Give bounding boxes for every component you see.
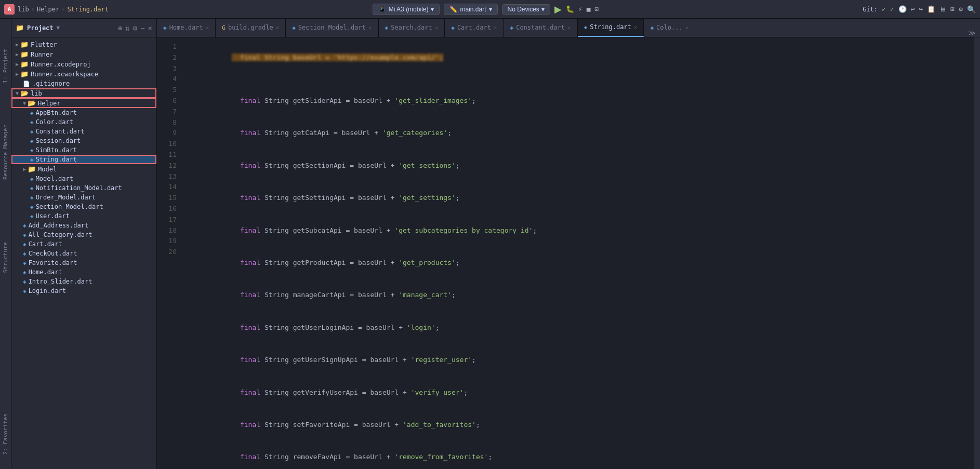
tree-item-label: Helper	[38, 100, 60, 107]
settings-icon[interactable]: ⚙	[959, 5, 963, 13]
redo-icon[interactable]: ↪	[919, 5, 923, 13]
resource-manager-tab[interactable]: Resource Manager	[1, 120, 10, 184]
close-tab-icon[interactable]: ×	[435, 24, 439, 31]
minus-icon[interactable]: −	[140, 24, 144, 32]
close-tab-icon[interactable]: ×	[276, 24, 280, 31]
main-file-selector[interactable]: ✏️ main.dart ▾	[444, 4, 497, 15]
structure-tab[interactable]: Structure	[1, 238, 10, 277]
favorites-tab[interactable]: 2: Favorites	[1, 409, 10, 459]
project-tab[interactable]: 1: Project	[1, 45, 10, 87]
folder-icon: 📁	[20, 50, 29, 58]
list-item[interactable]: ◈ Cart.dart	[11, 239, 156, 249]
list-item[interactable]: ◈ Model.dart	[11, 174, 156, 183]
tab-build-gradle[interactable]: G build.gradle ×	[216, 19, 286, 37]
list-item[interactable]: ◈ CheckOut.dart	[11, 249, 156, 258]
panel-dropdown-icon[interactable]: ▼	[57, 24, 60, 31]
close-panel-icon[interactable]: ×	[148, 24, 152, 32]
code-content[interactable]: final String baseUrl = 'https://example.…	[183, 37, 974, 469]
tab-search-dart[interactable]: ◈ Search.dart ×	[379, 19, 445, 37]
list-item[interactable]: ▶ 📁 Model	[11, 164, 156, 174]
close-tab-icon[interactable]: ×	[567, 24, 571, 31]
git-check-icon[interactable]: ✓	[882, 5, 886, 13]
bookmark-icon[interactable]: 📋	[927, 5, 935, 13]
list-item[interactable]: ◈ User.dart	[11, 211, 156, 221]
arrow-icon: ▶	[16, 61, 19, 67]
list-item[interactable]: ◈ SimBtn.dart	[11, 145, 156, 155]
close-tab-icon[interactable]: ×	[685, 24, 689, 31]
dart-file-icon: ✏️	[449, 6, 457, 13]
line-number: 15	[157, 193, 177, 204]
vertical-scrollbar[interactable]	[974, 37, 980, 469]
arrow-icon: ▶	[23, 166, 26, 172]
dart-icon: ◈	[292, 24, 296, 31]
settings-gear-icon[interactable]: ⚙	[133, 24, 137, 32]
no-devices-button[interactable]: No Devices ▾	[502, 4, 550, 15]
stop-button[interactable]: ■	[587, 5, 591, 13]
search-icon[interactable]: 🔍	[967, 5, 976, 14]
list-item[interactable]: ◈ Color.dart	[11, 117, 156, 127]
tree-item-label: Cart.dart	[29, 240, 62, 248]
list-item[interactable]: ▶ 📁 Flutter	[11, 39, 156, 49]
collapse-all-icon[interactable]: ⇅	[125, 24, 129, 32]
run-button[interactable]: ▶	[554, 4, 562, 15]
debug-button[interactable]: 🐛	[566, 5, 574, 13]
list-item[interactable]: ◈ Order_Model.dart	[11, 193, 156, 202]
list-item[interactable]: ◈ Notification_Model.dart	[11, 183, 156, 193]
list-item[interactable]: ◈ Intro_Slider.dart	[11, 277, 156, 286]
line-number: 10	[157, 139, 177, 150]
desktop-icon[interactable]: 🖥	[939, 5, 946, 13]
tab-home-dart[interactable]: ◈ Home.dart ×	[157, 19, 216, 37]
list-item[interactable]: ◈ AppBtn.dart	[11, 108, 156, 117]
line-number: 19	[157, 236, 177, 247]
device-selector[interactable]: 📱 Mi A3 (mobile) ▾	[373, 4, 440, 15]
tab-section-model[interactable]: ◈ Section_Model.dart ×	[286, 19, 378, 37]
tab-constant-dart[interactable]: ◈ Constant.dart ×	[504, 19, 578, 37]
tab-overflow-icon[interactable]: ≫	[964, 29, 980, 37]
arrow-icon: ▶	[16, 71, 19, 77]
list-item[interactable]: ▶ 📁 Runner.xcodeproj	[11, 59, 156, 69]
list-item[interactable]: ◈ Section_Model.dart	[11, 202, 156, 211]
file-tree-panel: 📁 Project ▼ ⊕ ⇅ ⚙ − × ▶ 📁 Flutter ▶ 📁	[11, 19, 157, 469]
split-icon[interactable]: ⊞	[950, 5, 955, 13]
tab-cart-dart[interactable]: ◈ Cart.dart ×	[445, 19, 504, 37]
list-item[interactable]: ◈ Add_Address.dart	[11, 221, 156, 230]
locate-icon[interactable]: ⊕	[118, 24, 122, 32]
string-dart-item[interactable]: ◈ String.dart	[11, 155, 156, 164]
main-file-name: main.dart	[460, 6, 486, 13]
list-item[interactable]: 📄 .gitignore	[11, 79, 156, 88]
breadcrumb-sep1: ›	[31, 6, 35, 13]
tab-color[interactable]: ◈ Colo... ×	[644, 19, 695, 37]
lib-folder-item[interactable]: ▼ 📂 lib	[11, 88, 156, 98]
list-item[interactable]: ◈ Session.dart	[11, 136, 156, 145]
chevron-down-icon3: ▾	[541, 6, 545, 13]
line-number: 12	[157, 160, 177, 171]
tab-string-dart[interactable]: ◈ String.dart ×	[578, 19, 644, 37]
tab-label: Search.dart	[391, 24, 432, 31]
coverage-button[interactable]: ⚡	[578, 5, 582, 13]
breadcrumb: lib › Helper › String.dart	[18, 6, 109, 13]
code-line-14: final String removeFavApi = baseUrl + 'r…	[191, 441, 965, 469]
git-history-icon[interactable]: 🕐	[898, 5, 907, 13]
tree-item-label: Home.dart	[29, 269, 62, 276]
helper-folder-item[interactable]: ▼ 📂 Helper	[11, 98, 156, 108]
close-tab-icon[interactable]: ×	[634, 24, 638, 31]
close-tab-icon[interactable]: ×	[206, 24, 209, 31]
list-item[interactable]: ▶ 📁 Runner.xcworkspace	[11, 69, 156, 79]
list-item[interactable]: ◈ Constant.dart	[11, 127, 156, 136]
dart-file-icon: ◈	[30, 194, 34, 201]
list-item[interactable]: ◈ Login.dart	[11, 286, 156, 296]
list-item[interactable]: ◈ All_Category.dart	[11, 230, 156, 239]
close-tab-icon[interactable]: ×	[368, 24, 372, 31]
list-item[interactable]: ◈ Home.dart	[11, 267, 156, 277]
folder-icon: 📁	[28, 165, 36, 173]
undo-icon[interactable]: ↩	[911, 5, 915, 13]
tree-item-label: Constant.dart	[36, 128, 85, 135]
dart-file-icon: ◈	[30, 110, 34, 116]
profile-button[interactable]: ⊡	[595, 5, 599, 13]
git-status-icon[interactable]: ✓	[890, 5, 894, 13]
line-number: 13	[157, 171, 177, 182]
list-item[interactable]: ▶ 📁 Runner	[11, 49, 156, 59]
list-item[interactable]: ◈ Favorite.dart	[11, 258, 156, 267]
close-tab-icon[interactable]: ×	[494, 24, 497, 31]
line-number: 4	[157, 74, 177, 85]
